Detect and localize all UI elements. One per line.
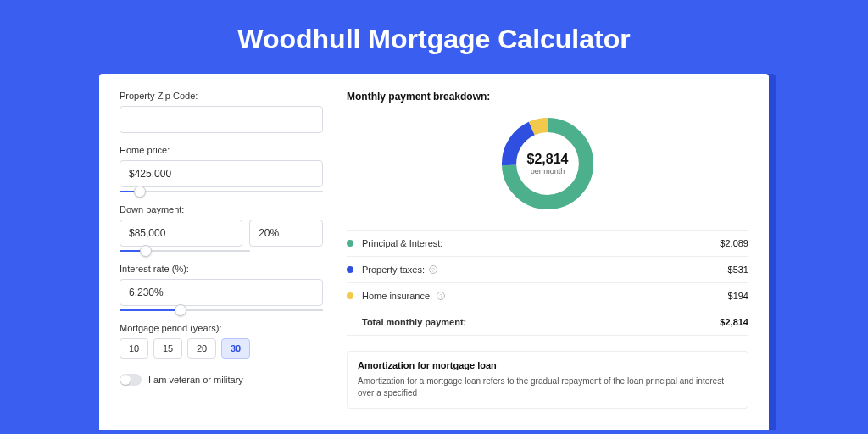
period-option-15[interactable]: 15 bbox=[153, 338, 182, 359]
breakdown-column: Monthly payment breakdown: $2,814 per mo… bbox=[347, 91, 748, 413]
donut-value: $2,814 bbox=[527, 152, 569, 167]
veteran-label: I am veteran or military bbox=[148, 375, 243, 385]
period-option-10[interactable]: 10 bbox=[120, 338, 148, 359]
amortization-text: Amortization for a mortgage loan refers … bbox=[358, 376, 737, 399]
field-period: Mortgage period (years): 10152030 bbox=[120, 323, 323, 359]
rate-slider-fill bbox=[120, 309, 181, 311]
price-input[interactable] bbox=[120, 160, 323, 187]
legend: Principal & Interest:$2,089Property taxe… bbox=[347, 230, 748, 336]
period-options: 10152030 bbox=[120, 338, 323, 359]
form-column: Property Zip Code: Home price: Down paym… bbox=[120, 91, 323, 413]
down-pct-input[interactable] bbox=[249, 220, 323, 247]
price-slider-thumb[interactable] bbox=[134, 186, 146, 198]
page-title: Woodhull Mortgage Calculator bbox=[0, 0, 868, 74]
field-veteran: I am veteran or military bbox=[120, 374, 323, 386]
rate-slider-thumb[interactable] bbox=[175, 304, 186, 316]
field-rate: Interest rate (%): bbox=[120, 264, 323, 311]
down-slider[interactable] bbox=[120, 250, 250, 252]
down-amount-input[interactable] bbox=[120, 220, 242, 247]
calculator-card: Property Zip Code: Home price: Down paym… bbox=[99, 74, 769, 430]
legend-amount: $2,089 bbox=[720, 238, 748, 248]
period-option-20[interactable]: 20 bbox=[187, 338, 216, 359]
price-slider[interactable] bbox=[120, 191, 323, 192]
field-price: Home price: bbox=[120, 145, 323, 192]
legend-total-amount: $2,814 bbox=[720, 317, 748, 327]
legend-row: Home insurance: ?$194 bbox=[347, 283, 748, 309]
legend-amount: $531 bbox=[728, 264, 748, 275]
legend-dot bbox=[347, 240, 353, 247]
donut-center: $2,814 per month bbox=[497, 113, 598, 214]
period-label: Mortgage period (years): bbox=[120, 323, 323, 333]
price-label: Home price: bbox=[120, 145, 323, 155]
zip-input[interactable] bbox=[120, 106, 323, 133]
field-zip: Property Zip Code: bbox=[120, 91, 323, 133]
donut-sub: per month bbox=[531, 167, 565, 175]
amortization-box: Amortization for mortgage loan Amortizat… bbox=[347, 351, 748, 409]
down-slider-thumb[interactable] bbox=[140, 245, 152, 257]
donut-chart: $2,814 per month bbox=[347, 113, 748, 214]
legend-label: Principal & Interest: bbox=[362, 238, 442, 248]
legend-row: Principal & Interest:$2,089 bbox=[347, 231, 748, 257]
legend-label: Property taxes: ? bbox=[362, 264, 437, 275]
legend-amount: $194 bbox=[728, 291, 748, 301]
period-option-30[interactable]: 30 bbox=[221, 338, 250, 359]
legend-row: Property taxes: ?$531 bbox=[347, 257, 748, 283]
info-icon[interactable]: ? bbox=[429, 265, 437, 274]
rate-slider[interactable] bbox=[120, 309, 323, 311]
veteran-toggle[interactable] bbox=[120, 374, 142, 386]
down-label: Down payment: bbox=[120, 204, 323, 214]
amortization-title: Amortization for mortgage loan bbox=[358, 360, 737, 370]
legend-total-row: Total monthly payment:$2,814 bbox=[347, 309, 748, 336]
legend-dot bbox=[347, 292, 353, 299]
rate-input[interactable] bbox=[120, 279, 323, 306]
info-icon[interactable]: ? bbox=[437, 292, 445, 300]
breakdown-title: Monthly payment breakdown: bbox=[347, 91, 748, 103]
legend-total-label: Total monthly payment: bbox=[362, 317, 466, 327]
rate-label: Interest rate (%): bbox=[120, 264, 323, 274]
zip-label: Property Zip Code: bbox=[120, 91, 323, 101]
legend-dot bbox=[347, 266, 353, 273]
legend-label: Home insurance: ? bbox=[362, 291, 445, 301]
field-down: Down payment: bbox=[120, 204, 323, 252]
